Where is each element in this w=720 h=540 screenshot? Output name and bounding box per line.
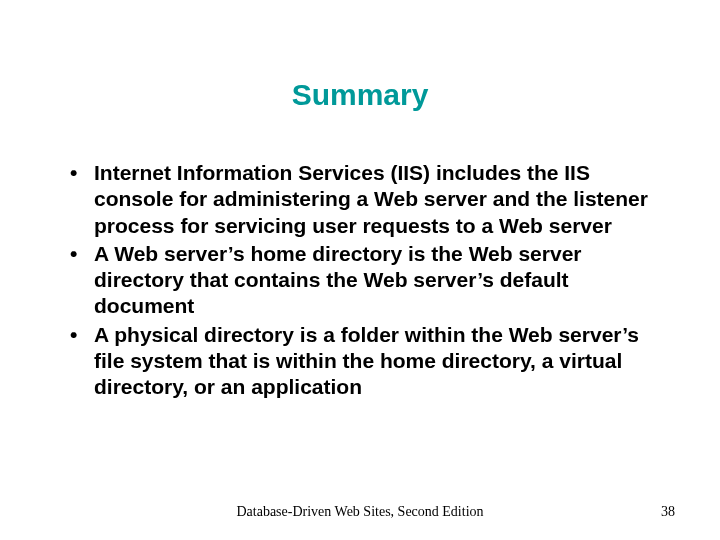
footer-source: Database-Driven Web Sites, Second Editio…	[0, 504, 720, 520]
slide-body: Internet Information Services (IIS) incl…	[60, 160, 665, 402]
bullet-list: Internet Information Services (IIS) incl…	[60, 160, 665, 400]
slide-title: Summary	[0, 78, 720, 112]
bullet-item: A Web server’s home directory is the Web…	[60, 241, 665, 320]
slide: Summary Internet Information Services (I…	[0, 0, 720, 540]
page-number: 38	[661, 504, 675, 520]
bullet-item: Internet Information Services (IIS) incl…	[60, 160, 665, 239]
bullet-item: A physical directory is a folder within …	[60, 322, 665, 401]
